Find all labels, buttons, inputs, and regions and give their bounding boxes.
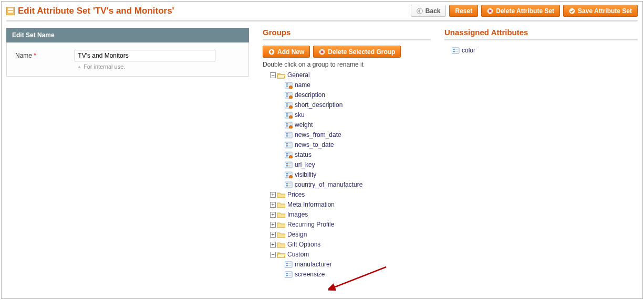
- tree-attribute[interactable]: country_of_manufacture: [285, 180, 431, 190]
- tree-folder-label: Prices: [287, 190, 305, 200]
- tree-folder-label: Images: [287, 210, 308, 220]
- tree-toggle[interactable]: +: [270, 192, 276, 198]
- tree-toggle[interactable]: +: [270, 242, 276, 248]
- delete-set-button[interactable]: Delete Attribute Set: [481, 5, 560, 17]
- tree-attribute-label: color: [462, 46, 475, 56]
- tree-attribute-label: description: [295, 90, 325, 100]
- tree-attribute-label: news_to_date: [295, 140, 334, 150]
- database-icon: [6, 7, 15, 15]
- tree-folder[interactable]: +Gift Options: [270, 240, 431, 250]
- groups-tree[interactable]: −Generalnamedescriptionshort_description…: [263, 70, 431, 280]
- page-title: Edit Attribute Set 'TV's and Monitors': [6, 6, 408, 16]
- tree-toggle[interactable]: −: [270, 252, 276, 258]
- tree-attribute[interactable]: url_key: [285, 160, 431, 170]
- page-title-text: Edit Attribute Set 'TV's and Monitors': [18, 6, 174, 16]
- tree-toggle[interactable]: +: [270, 232, 276, 238]
- attribute-icon: [285, 172, 293, 178]
- tree-attribute-label: manufacturer: [295, 260, 332, 270]
- tree-toggle[interactable]: +: [270, 222, 276, 228]
- groups-buttons: Add New Delete Selected Group: [263, 46, 431, 58]
- attribute-icon: [285, 271, 293, 278]
- folder-icon: [277, 231, 285, 238]
- add-new-group-button[interactable]: Add New: [263, 46, 310, 58]
- add-new-group-label: Add New: [277, 48, 304, 56]
- name-label: Name *: [15, 50, 73, 59]
- tree-folder[interactable]: +Meta Information: [270, 200, 431, 210]
- tree-attribute-label: sku: [295, 110, 305, 120]
- attribute-icon: [285, 142, 293, 148]
- tree-attribute[interactable]: weight: [285, 120, 431, 130]
- unassigned-tree[interactable]: color: [444, 46, 638, 56]
- tree-attribute-label: news_from_date: [295, 130, 341, 140]
- header-rule: [6, 20, 638, 22]
- tree-attribute-label: url_key: [295, 160, 315, 170]
- required-marker: *: [34, 52, 36, 59]
- name-hint: For internal use.: [77, 63, 240, 70]
- tree-attribute[interactable]: color: [452, 46, 638, 56]
- page: Edit Attribute Set 'TV's and Monitors' B…: [1, 1, 643, 299]
- tree-folder[interactable]: −Custom: [270, 250, 431, 260]
- tree-folder[interactable]: +Recurring Profile: [270, 220, 431, 230]
- tree-attribute-label: screensize: [295, 270, 325, 280]
- tree-folder[interactable]: −General: [270, 70, 431, 80]
- groups-panel: Groups Add New Delete Selected Group Dou…: [263, 28, 431, 280]
- tree-attribute[interactable]: short_description: [285, 100, 431, 110]
- tree-attribute[interactable]: status: [285, 150, 431, 160]
- tree-attribute-label: country_of_manufacture: [295, 180, 362, 190]
- columns: Edit Set Name Name * For internal use. G…: [6, 28, 638, 280]
- tree-folder-label: Custom: [287, 250, 309, 260]
- tree-folder-label: Meta Information: [287, 200, 335, 210]
- tree-attribute[interactable]: name: [285, 80, 431, 90]
- tree-attribute[interactable]: news_to_date: [285, 140, 431, 150]
- tree-attribute[interactable]: screensize: [285, 270, 431, 280]
- tree-toggle[interactable]: +: [270, 202, 276, 208]
- tree-folder[interactable]: +Design: [270, 230, 431, 240]
- check-icon: [569, 8, 575, 14]
- tree-toggle[interactable]: −: [270, 72, 276, 78]
- tree-toggle[interactable]: +: [270, 212, 276, 218]
- attribute-icon: [285, 122, 293, 128]
- unassigned-rule: [444, 39, 638, 40]
- attribute-icon: [285, 92, 293, 99]
- attribute-icon: [285, 102, 293, 109]
- edit-name-heading: Edit Set Name: [6, 28, 249, 42]
- tree-attribute[interactable]: news_from_date: [285, 130, 431, 140]
- set-name-input[interactable]: [75, 50, 215, 61]
- save-set-button[interactable]: Save Attribute Set: [563, 5, 638, 17]
- delete-icon: [487, 8, 493, 14]
- folder-icon: [277, 241, 285, 248]
- tree-attribute[interactable]: sku: [285, 110, 431, 120]
- tree-attribute[interactable]: manufacturer: [285, 260, 431, 270]
- edit-name-panel: Edit Set Name Name * For internal use.: [6, 28, 249, 280]
- folder-icon: [277, 211, 285, 218]
- reset-button[interactable]: Reset: [449, 5, 478, 17]
- back-button-label: Back: [425, 7, 441, 15]
- tree-folder-label: General: [287, 70, 310, 80]
- plus-icon: [268, 49, 275, 55]
- tree-folder-label: Design: [287, 230, 307, 240]
- folder-icon: [277, 221, 285, 228]
- back-button[interactable]: Back: [411, 5, 446, 17]
- attribute-icon: [285, 181, 293, 188]
- tree-attribute-label: status: [295, 150, 311, 160]
- groups-title: Groups: [263, 28, 431, 37]
- attribute-icon: [285, 112, 293, 119]
- tree-attribute-label: name: [295, 80, 310, 90]
- attribute-icon: [285, 82, 293, 89]
- tree-attribute[interactable]: visibility: [285, 170, 431, 180]
- tree-attribute[interactable]: description: [285, 90, 431, 100]
- tree-folder[interactable]: +Images: [270, 210, 431, 220]
- folder-icon: [277, 191, 285, 198]
- delete-icon: [319, 49, 325, 55]
- groups-rule: [263, 39, 431, 40]
- folder-icon: [277, 201, 285, 208]
- reset-button-label: Reset: [455, 7, 472, 15]
- delete-group-button[interactable]: Delete Selected Group: [313, 46, 401, 58]
- unassigned-panel: Unassigned Attributes color: [444, 28, 638, 280]
- delete-set-button-label: Delete Attribute Set: [496, 7, 554, 15]
- tree-folder-label: Gift Options: [287, 240, 320, 250]
- groups-hint: Double click on a group to rename it: [263, 61, 431, 68]
- attribute-icon: [285, 152, 293, 158]
- tree-folder[interactable]: +Prices: [270, 190, 431, 200]
- tree-attribute-label: weight: [295, 120, 313, 130]
